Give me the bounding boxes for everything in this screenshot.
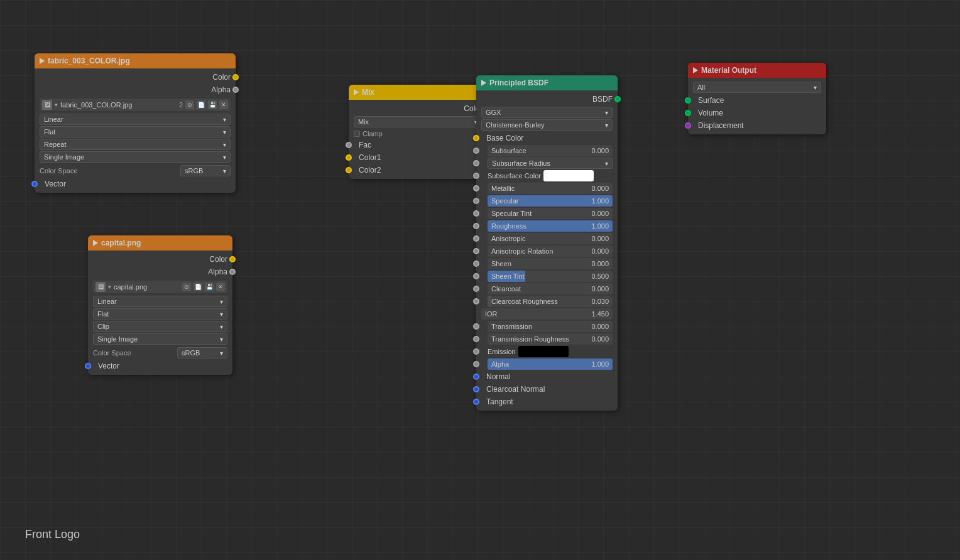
alpha-output-socket[interactable] — [232, 87, 239, 93]
metallic-bar[interactable]: Metallic 0.000 — [488, 183, 613, 194]
tangent-socket[interactable] — [473, 399, 479, 405]
specular-tint-bar[interactable]: Specular Tint 0.000 — [488, 208, 613, 219]
bsdf-output-socket[interactable] — [614, 96, 621, 102]
clamp-checkbox[interactable] — [354, 131, 360, 137]
christensen-dropdown[interactable]: Christensen-Burley ▾ — [481, 119, 613, 131]
specular-tint-socket[interactable] — [473, 210, 479, 217]
collapse-triangle[interactable] — [354, 89, 359, 95]
all-dropdown[interactable]: All ▾ — [693, 82, 821, 93]
normal-socket[interactable] — [473, 374, 479, 380]
collapse-triangle[interactable] — [693, 67, 698, 73]
image-btn-3[interactable]: 💾 — [208, 100, 217, 109]
clamp-row: Clamp — [349, 129, 487, 139]
image-btn-3[interactable]: 💾 — [205, 283, 214, 291]
single-image-dropdown[interactable]: Single Image ▾ — [93, 333, 227, 345]
transmission-roughness-label: Transmission Roughness — [488, 335, 591, 343]
emission-color-swatch[interactable] — [518, 346, 569, 357]
alpha-bar[interactable]: Alpha 1.000 — [488, 358, 613, 370]
specular-bar[interactable]: Specular 1.000 — [488, 195, 613, 207]
clearcoat-normal-row: Clearcoat Normal — [476, 383, 618, 396]
tangent-label: Tangent — [481, 397, 513, 406]
fabric-node: fabric_003_COLOR.jpg Color Alpha 🖼 ▾ fab… — [35, 53, 236, 193]
transmission-roughness-bar[interactable]: Transmission Roughness 0.000 — [488, 333, 613, 345]
clearcoat-socket[interactable] — [473, 286, 479, 292]
alpha-output-row: Alpha — [35, 83, 236, 96]
anisotropic-rotation-bar[interactable]: Anisotropic Rotation 0.000 — [488, 245, 613, 257]
fac-socket[interactable] — [346, 142, 352, 148]
collapse-triangle[interactable] — [481, 80, 486, 86]
single-image-dropdown[interactable]: Single Image ▾ — [40, 151, 231, 163]
clearcoat-roughness-bar[interactable]: Clearcoat Roughness 0.030 — [488, 296, 613, 307]
collapse-triangle[interactable] — [40, 58, 45, 64]
subsurface-radius-dropdown[interactable]: Subsurface Radius ▾ — [488, 158, 613, 169]
image-dropdown-arrow[interactable]: ▾ — [108, 284, 111, 290]
clearcoat-bar[interactable]: Clearcoat 0.000 — [488, 283, 613, 294]
vector-socket[interactable] — [31, 181, 38, 187]
collapse-triangle[interactable] — [93, 240, 98, 246]
sheen-tint-bar[interactable]: Sheen Tint 0.500 — [488, 271, 613, 282]
bsdf-output-row: BSDF — [476, 93, 618, 105]
clearcoat-roughness-socket[interactable] — [473, 298, 479, 304]
alpha-output-socket[interactable] — [229, 269, 236, 275]
volume-socket[interactable] — [685, 110, 691, 116]
subsurface-color-swatch[interactable] — [543, 170, 594, 181]
image-btn-1[interactable]: ⊙ — [182, 283, 191, 291]
color1-socket[interactable] — [346, 154, 352, 161]
emission-socket[interactable] — [473, 348, 479, 355]
clip-dropdown[interactable]: Clip ▾ — [93, 321, 227, 332]
transmission-bar[interactable]: Transmission 0.000 — [488, 321, 613, 332]
interpolation-dropdown[interactable]: Linear ▾ — [93, 296, 227, 307]
subsurface-color-label: Subsurface Color — [488, 172, 541, 180]
ior-bar[interactable]: IOR 1.450 — [481, 308, 613, 320]
base-color-socket[interactable] — [473, 135, 479, 141]
alpha-socket[interactable] — [473, 361, 479, 367]
metallic-socket[interactable] — [473, 185, 479, 191]
image-btn-1[interactable]: ⊙ — [185, 100, 194, 109]
repeat-dropdown[interactable]: Repeat ▾ — [40, 139, 231, 150]
image-num: 2 — [179, 101, 183, 109]
roughness-socket[interactable] — [473, 223, 479, 229]
vector-socket[interactable] — [85, 363, 91, 369]
subsurface-radius-socket[interactable] — [473, 160, 479, 166]
ggx-dropdown[interactable]: GGX ▾ — [481, 107, 613, 118]
extension-dropdown[interactable]: Flat ▾ — [40, 126, 231, 137]
color-output-socket[interactable] — [232, 74, 239, 80]
clearcoat-normal-socket[interactable] — [473, 386, 479, 392]
image-dropdown-arrow[interactable]: ▾ — [55, 102, 58, 108]
subsurface-color-socket[interactable] — [473, 173, 479, 179]
roughness-bar[interactable]: Roughness 1.000 — [488, 220, 613, 232]
color-space-dropdown[interactable]: sRGB ▾ — [180, 165, 231, 176]
principled-bsdf-node: Principled BSDF BSDF GGX ▾ Christensen-B… — [476, 75, 618, 411]
color-space-dropdown[interactable]: sRGB ▾ — [177, 347, 227, 358]
image-selector-row[interactable]: 🖼 ▾ capital.png ⊙ 📄 💾 ✕ — [93, 281, 227, 293]
subsurface-bar[interactable]: Subsurface 0.000 — [488, 145, 613, 156]
color-space-label: Color Space — [40, 167, 180, 175]
interpolation-dropdown[interactable]: Linear ▾ — [40, 114, 231, 125]
principled-node-header: Principled BSDF — [476, 75, 618, 90]
specular-socket[interactable] — [473, 198, 479, 204]
color-output-socket[interactable] — [229, 256, 236, 262]
extension-dropdown[interactable]: Flat ▾ — [93, 308, 227, 320]
single-image-label: Single Image — [97, 335, 138, 343]
mix-type-dropdown[interactable]: Mix ▾ — [354, 116, 482, 127]
extension-label: Flat — [97, 310, 109, 318]
transmission-socket[interactable] — [473, 323, 479, 330]
volume-label: Volume — [693, 109, 723, 117]
anisotropic-rotation-socket[interactable] — [473, 248, 479, 254]
specular-label: Specular — [488, 197, 591, 205]
color2-socket[interactable] — [346, 167, 352, 173]
image-btn-close[interactable]: ✕ — [216, 283, 225, 291]
sheen-bar[interactable]: Sheen 0.000 — [488, 258, 613, 269]
image-btn-2[interactable]: 📄 — [197, 100, 205, 109]
displacement-socket[interactable] — [685, 122, 691, 129]
sheen-socket[interactable] — [473, 261, 479, 267]
image-btn-close[interactable]: ✕ — [219, 100, 228, 109]
surface-socket[interactable] — [685, 97, 691, 104]
sheen-tint-socket[interactable] — [473, 273, 479, 279]
image-selector-row[interactable]: 🖼 ▾ fabric_003_COLOR.jpg 2 ⊙ 📄 💾 ✕ — [40, 99, 231, 111]
transmission-roughness-socket[interactable] — [473, 336, 479, 342]
anisotropic-bar[interactable]: Anisotropic 0.000 — [488, 233, 613, 244]
image-btn-2[interactable]: 📄 — [194, 283, 202, 291]
subsurface-socket[interactable] — [473, 148, 479, 154]
anisotropic-socket[interactable] — [473, 235, 479, 242]
